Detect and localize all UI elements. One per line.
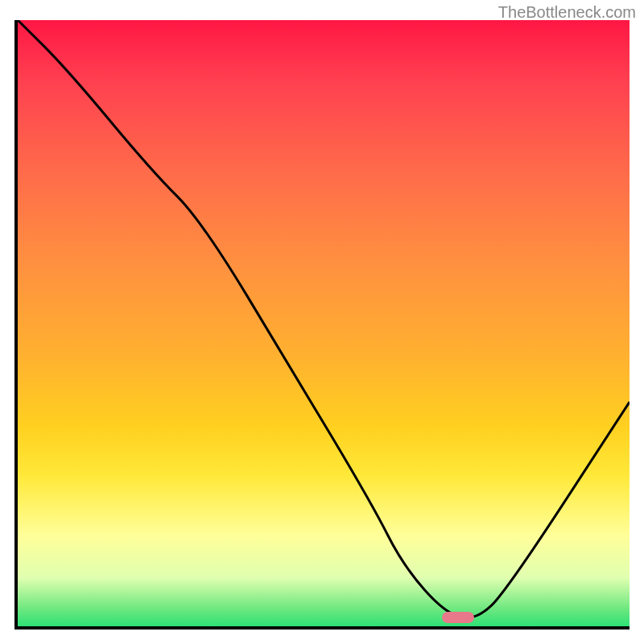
chart-container: TheBottleneck.com [0, 0, 644, 644]
bottleneck-curve [18, 20, 630, 626]
watermark-text: TheBottleneck.com [498, 3, 636, 22]
curve-path [18, 20, 630, 617]
plot-area [14, 20, 630, 630]
optimal-marker [442, 612, 474, 623]
